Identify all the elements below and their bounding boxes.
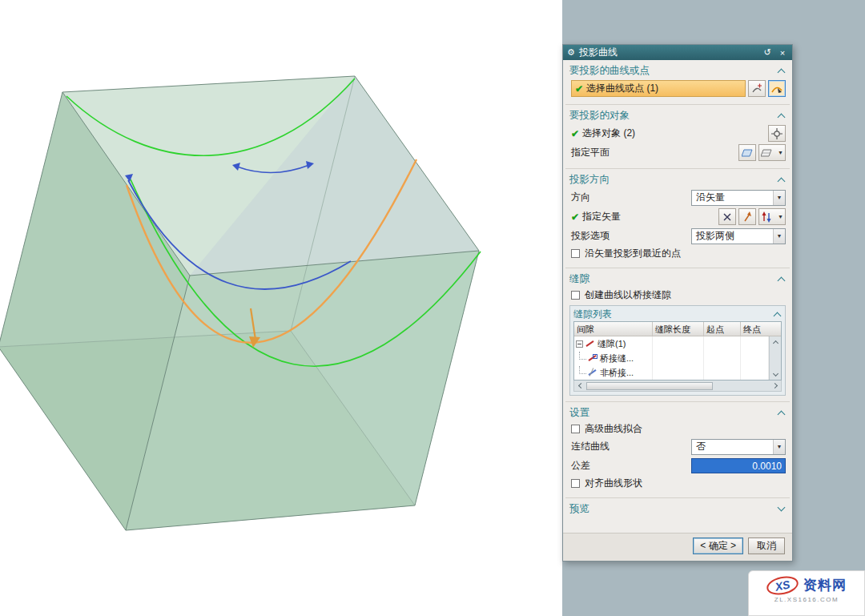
reset-icon[interactable]: ↺ <box>762 47 773 58</box>
bridge-gap-icon <box>588 353 597 363</box>
align-shape-label: 对齐曲线形状 <box>585 477 642 490</box>
vector-arrow-icon <box>742 211 753 223</box>
plane-grid-icon <box>761 148 772 158</box>
dropdown-arrow-icon[interactable]: ▼ <box>773 229 785 244</box>
watermark-name: 资料网 <box>803 576 847 594</box>
tolerance-input[interactable] <box>691 458 786 473</box>
direction-select[interactable]: 沿矢量 ▼ <box>691 190 786 206</box>
table-row[interactable]: 非桥接... <box>574 365 769 380</box>
section-settings: 设置 高级曲线拟合 连结曲线 否 ▼ 公差 <box>563 402 792 497</box>
specify-vector-label: 指定矢量 <box>582 210 621 223</box>
section-curves-to-project: 要投影的曲线或点 ✔ 选择曲线或点 (1) <box>563 60 792 104</box>
gap-list-header[interactable]: 缝隙列表 <box>573 307 782 321</box>
watermark-url: ZL.XS1616.COM <box>774 596 839 603</box>
direction-value: 沿矢量 <box>696 191 725 204</box>
tolerance-row: 公差 <box>569 457 786 475</box>
section-title: 要投影的对象 <box>569 109 630 123</box>
scroll-track[interactable] <box>770 348 781 368</box>
select-curve-row: ✔ 选择曲线或点 (1) <box>569 79 786 98</box>
scroll-up-icon[interactable] <box>770 336 781 348</box>
section-title: 缝隙 <box>569 272 589 286</box>
axes-icon <box>722 211 733 223</box>
dropdown-arrow-icon[interactable]: ▼ <box>773 440 785 454</box>
gear-icon: ⚙ <box>567 48 575 57</box>
horizontal-scrollbar[interactable] <box>573 380 782 392</box>
section-title: 投影方向 <box>569 173 610 187</box>
column-header[interactable]: 终点 <box>741 322 781 336</box>
table-row[interactable]: 缝隙(1) <box>574 336 769 351</box>
vertical-scrollbar[interactable] <box>769 336 781 380</box>
direction-row: 方向 沿矢量 ▼ <box>569 188 786 207</box>
select-curve-field[interactable]: ✔ 选择曲线或点 (1) <box>571 80 746 97</box>
vector-type-button[interactable]: ▼ <box>758 208 786 225</box>
row-label: 桥接缝... <box>600 352 634 364</box>
section-header-objects[interactable]: 要投影的对象 <box>569 107 786 123</box>
nx-application: ⚙ 投影曲线 ↺ × 要投影的曲线或点 ✔ 选择曲线或点 (1) <box>0 0 865 616</box>
plane-dialog-button[interactable] <box>738 144 756 161</box>
column-header[interactable]: 缝隙长度 <box>653 322 704 336</box>
3d-scene <box>0 0 562 616</box>
non-bridge-gap-icon <box>588 368 597 377</box>
dialog-title: 投影曲线 <box>579 46 758 59</box>
align-shape-row: 对齐曲线形状 <box>569 476 786 491</box>
nearest-point-checkbox[interactable] <box>571 249 580 258</box>
bridge-gap-checkbox[interactable] <box>571 291 580 300</box>
chevron-up-icon[interactable] <box>778 68 786 76</box>
scroll-right-icon[interactable] <box>770 380 781 391</box>
section-gap: 缝隙 创建曲线以桥接缝隙 缝隙列表 间隙 缝隙长度 <box>563 268 792 401</box>
chevron-up-icon[interactable] <box>774 312 782 320</box>
cancel-button[interactable]: 取消 <box>748 537 785 554</box>
section-header-gap[interactable]: 缝隙 <box>569 271 786 287</box>
dropdown-arrow-icon[interactable]: ▼ <box>773 191 785 205</box>
section-header-direction[interactable]: 投影方向 <box>569 171 786 187</box>
chevron-up-icon[interactable] <box>778 113 786 121</box>
check-icon: ✔ <box>575 84 583 94</box>
plane-constructor-button[interactable]: ▼ <box>758 144 786 161</box>
dialog-footer: < 确定 > 取消 <box>563 533 792 561</box>
column-header[interactable]: 起点 <box>704 322 741 336</box>
curve-rule-button[interactable] <box>768 80 786 97</box>
select-object-row: ✔ 选择对象 (2) <box>569 124 786 143</box>
section-header-curves[interactable]: 要投影的曲线或点 <box>569 62 786 79</box>
vector-dialog-button[interactable] <box>738 208 756 225</box>
row-label: 缝隙(1) <box>597 338 626 350</box>
dialog-titlebar[interactable]: ⚙ 投影曲线 ↺ × <box>563 45 792 60</box>
scroll-down-icon[interactable] <box>770 368 781 380</box>
nearest-point-label: 沿矢量投影到最近的点 <box>585 247 681 260</box>
gap-list-title: 缝隙列表 <box>573 308 612 321</box>
table-row[interactable]: 桥接缝... <box>574 351 769 365</box>
tree-collapse-icon[interactable] <box>576 340 583 348</box>
nearest-point-row: 沿矢量投影到最近的点 <box>569 246 786 261</box>
advanced-fit-checkbox[interactable] <box>571 425 580 433</box>
close-icon[interactable]: × <box>777 48 788 58</box>
crosshair-icon <box>771 128 783 139</box>
logo-text: XS <box>774 578 791 594</box>
dropdown-arrow-icon: ▼ <box>778 150 783 155</box>
column-header[interactable]: 间隙 <box>574 322 653 336</box>
watermark: XS 资料网 ZL.XS1616.COM <box>748 570 865 616</box>
join-curves-row: 连结曲线 否 ▼ <box>569 437 786 456</box>
bridge-gap-label: 创建曲线以桥接缝隙 <box>585 288 671 302</box>
chevron-down-icon[interactable] <box>778 503 786 511</box>
point-constructor-button[interactable] <box>748 80 766 97</box>
scroll-left-icon[interactable] <box>574 380 585 391</box>
up-down-arrows-icon <box>761 211 772 223</box>
align-shape-checkbox[interactable] <box>571 479 580 488</box>
section-header-settings[interactable]: 设置 <box>569 405 786 421</box>
chevron-up-icon[interactable] <box>778 177 786 185</box>
face-selector-button[interactable] <box>768 125 786 142</box>
ok-button[interactable]: < 确定 > <box>693 537 743 554</box>
check-icon: ✔ <box>571 129 579 139</box>
graphics-window[interactable] <box>0 0 562 616</box>
gap-table: 间隙 缝隙长度 起点 终点 缝隙(1) <box>573 321 782 380</box>
section-title: 预览 <box>569 502 589 516</box>
section-header-preview[interactable]: 预览 <box>569 501 786 517</box>
chevron-up-icon[interactable] <box>778 410 786 418</box>
project-curve-dialog: ⚙ 投影曲线 ↺ × 要投影的曲线或点 ✔ 选择曲线或点 (1) <box>562 44 793 562</box>
xs-logo-icon: XS <box>765 574 800 598</box>
inferred-vector-button[interactable] <box>718 208 736 225</box>
projection-option-select[interactable]: 投影两侧 ▼ <box>691 228 786 244</box>
join-curves-select[interactable]: 否 ▼ <box>691 439 786 455</box>
scroll-thumb[interactable] <box>586 382 713 390</box>
chevron-up-icon[interactable] <box>778 276 786 284</box>
